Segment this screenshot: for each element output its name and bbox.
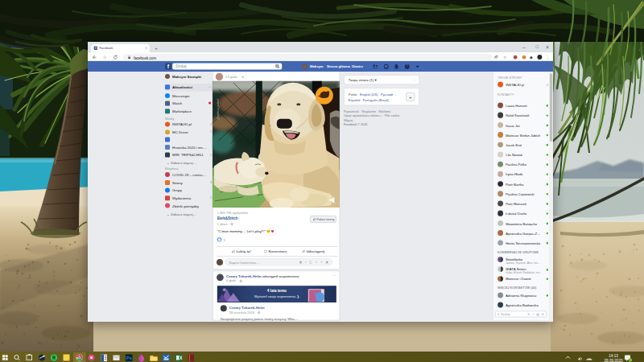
svg-text:14:13: 14:13 (609, 354, 618, 358)
svg-text:Ps: Ps (126, 356, 132, 360)
svg-text:@goldens_poland: @goldens_poland (217, 99, 220, 120)
svg-text:28.09.2020: 28.09.2020 (605, 359, 623, 362)
